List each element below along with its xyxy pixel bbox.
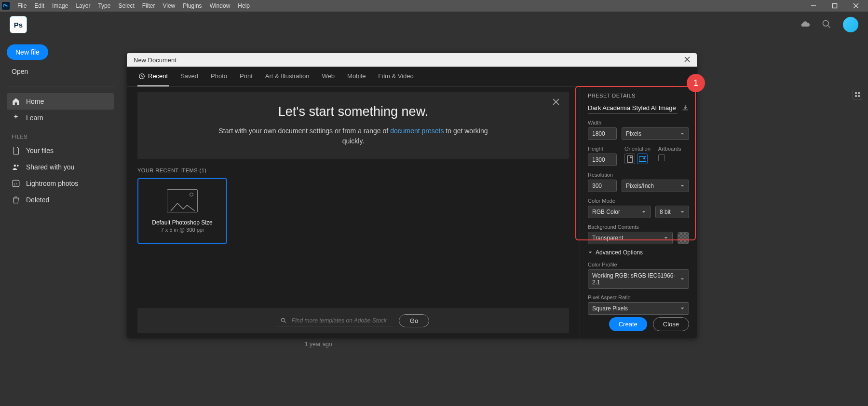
svg-point-4 xyxy=(823,20,829,26)
pixel-aspect-label: Pixel Aspect Ratio xyxy=(588,294,689,300)
sidebar-label: Lightroom photos xyxy=(26,180,78,187)
sparkle-icon xyxy=(12,113,20,122)
file-icon xyxy=(12,146,20,155)
menu-select[interactable]: Select xyxy=(114,2,138,9)
close-icon[interactable] xyxy=(853,2,859,9)
menu-window[interactable]: Window xyxy=(206,2,234,9)
artboards-label: Artboards xyxy=(658,146,681,152)
app-icon: Ps xyxy=(2,2,10,10)
menu-filter[interactable]: Filter xyxy=(138,2,159,9)
dialog-title-text: New Document xyxy=(134,56,176,64)
sidebar-label: Your files xyxy=(26,147,54,154)
minimize-icon[interactable] xyxy=(810,2,817,9)
maximize-icon[interactable] xyxy=(831,2,838,9)
height-label: Height xyxy=(588,146,617,152)
resolution-units-dropdown[interactable]: Pixels/Inch xyxy=(622,180,689,192)
bg-dropdown[interactable]: Transparent xyxy=(588,232,673,244)
tab-print[interactable]: Print xyxy=(239,67,254,86)
units-dropdown[interactable]: Pixels xyxy=(622,127,689,140)
width-input[interactable] xyxy=(588,127,617,140)
chevron-down-icon xyxy=(680,131,685,136)
menu-file[interactable]: File xyxy=(14,2,30,9)
tab-web[interactable]: Web xyxy=(321,67,336,86)
new-document-dialog: New Document Recent Saved Photo Print Ar… xyxy=(127,53,697,338)
resolution-input[interactable] xyxy=(588,180,617,192)
tabs-row: Recent Saved Photo Print Art & Illustrat… xyxy=(127,67,697,87)
open-button[interactable]: Open xyxy=(7,64,33,79)
cloud-icon[interactable] xyxy=(800,19,810,30)
chevron-down-icon xyxy=(680,306,685,311)
svg-text:Lr: Lr xyxy=(14,182,17,186)
menu-image[interactable]: Image xyxy=(48,2,72,9)
chevron-down-icon xyxy=(680,210,685,214)
menu-view[interactable]: View xyxy=(159,2,179,9)
svg-point-7 xyxy=(17,165,19,167)
template-search-input[interactable] xyxy=(292,317,388,324)
sidebar-item-deleted[interactable]: Deleted xyxy=(7,192,114,208)
grid-view-button[interactable] xyxy=(853,90,862,99)
menu-layer[interactable]: Layer xyxy=(72,2,94,9)
color-mode-dropdown[interactable]: RGB Color xyxy=(588,206,651,218)
ps-logo: Ps xyxy=(10,16,27,33)
preset-card[interactable]: Default Photoshop Size 7 x 5 in @ 300 pp… xyxy=(137,178,227,244)
save-preset-icon[interactable] xyxy=(681,104,689,113)
hero-text: Start with your own document settings or… xyxy=(218,126,488,146)
preset-details-title: PRESET DETAILS xyxy=(588,93,689,98)
color-profile-label: Color Profile xyxy=(588,262,689,267)
new-file-button[interactable]: New file xyxy=(7,44,48,60)
sidebar-item-lightroom[interactable]: Lr Lightroom photos xyxy=(7,175,114,192)
svg-line-5 xyxy=(828,25,830,28)
go-button[interactable]: Go xyxy=(399,314,429,327)
timestamp-text: 1 year ago xyxy=(305,341,332,348)
height-input[interactable] xyxy=(588,154,617,166)
lightroom-icon: Lr xyxy=(12,179,20,188)
template-search-bar: Go xyxy=(137,308,569,333)
document-presets-link[interactable]: document presets xyxy=(390,127,444,135)
preset-name-input[interactable] xyxy=(588,102,678,114)
preset-card-subtitle: 7 x 5 in @ 300 ppi xyxy=(161,227,204,233)
chevron-down-icon xyxy=(588,250,593,255)
menu-type[interactable]: Type xyxy=(94,2,114,9)
menu-edit[interactable]: Edit xyxy=(30,2,48,9)
sidebar-item-learn[interactable]: Learn xyxy=(7,110,114,126)
app-header: Ps xyxy=(0,12,868,38)
dialog-close-button[interactable] xyxy=(684,56,690,64)
tab-photo[interactable]: Photo xyxy=(210,67,228,86)
sidebar-item-shared[interactable]: Shared with you xyxy=(7,159,114,175)
view-toggle xyxy=(853,90,862,99)
resolution-label: Resolution xyxy=(588,172,689,178)
color-profile-dropdown[interactable]: Working RGB: sRGB IEC61966-2.1 xyxy=(588,269,689,289)
sidebar-item-home[interactable]: Home xyxy=(7,93,114,110)
close-button[interactable]: Close xyxy=(653,317,689,331)
sidebar-label: Home xyxy=(26,98,44,105)
svg-rect-13 xyxy=(858,95,860,97)
bit-depth-dropdown[interactable]: 8 bit xyxy=(655,206,689,218)
bg-color-swatch[interactable] xyxy=(678,232,689,244)
pixel-aspect-dropdown[interactable]: Square Pixels xyxy=(588,302,689,315)
width-label: Width xyxy=(588,120,689,126)
sidebar-label: Learn xyxy=(26,114,43,122)
tab-mobile[interactable]: Mobile xyxy=(346,67,366,86)
avatar[interactable] xyxy=(843,17,858,32)
preset-details-panel: PRESET DETAILS Width Pixels Height Orien… xyxy=(580,87,697,338)
tab-art[interactable]: Art & Illustration xyxy=(264,67,311,86)
search-icon[interactable] xyxy=(822,19,831,30)
hero-close-button[interactable] xyxy=(553,98,559,107)
orientation-portrait[interactable] xyxy=(624,154,635,164)
tab-recent[interactable]: Recent xyxy=(137,67,169,86)
tab-film[interactable]: Film & Video xyxy=(377,67,414,86)
menu-help[interactable]: Help xyxy=(234,2,254,9)
orientation-landscape[interactable] xyxy=(637,154,648,164)
divider xyxy=(7,86,114,86)
trash-icon xyxy=(12,196,20,204)
create-button[interactable]: Create xyxy=(609,317,647,331)
sidebar-item-yourfiles[interactable]: Your files xyxy=(7,142,114,159)
artboards-checkbox[interactable] xyxy=(658,154,665,161)
menu-plugins[interactable]: Plugins xyxy=(179,2,205,9)
search-icon xyxy=(280,317,287,324)
hero-title: Let's start something new. xyxy=(150,104,556,119)
recent-items-label: YOUR RECENT ITEMS (1) xyxy=(137,168,569,173)
tab-saved[interactable]: Saved xyxy=(179,67,199,86)
svg-rect-11 xyxy=(858,92,860,94)
advanced-options-toggle[interactable]: Advanced Options xyxy=(588,249,689,256)
